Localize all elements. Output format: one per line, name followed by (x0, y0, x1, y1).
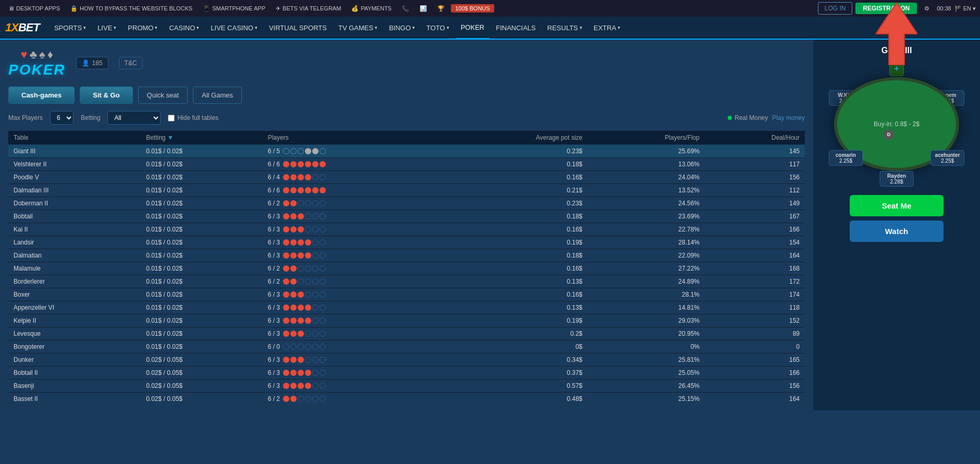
cell-players: 6 / 2 (263, 197, 440, 210)
cash-games-tab[interactable]: Cash-games (8, 87, 75, 104)
max-players-select[interactable]: 6 9 2 (50, 111, 74, 125)
nav-bingo[interactable]: BINGO ▾ (384, 16, 420, 39)
betting-select[interactable]: All 0.01$/0.02$ 0.02$/0.05$ (107, 111, 161, 125)
cell-betting: 0.01$ / 0.02$ (141, 171, 262, 184)
cell-avg-pot: 0.13$ (440, 275, 587, 288)
hide-full-input[interactable] (168, 115, 175, 121)
table-row[interactable]: Giant III 0.01$ / 0.02$ 6 / 5 0.23$ 25.6… (8, 145, 805, 158)
cell-betting: 0.02$ / 0.05$ (141, 393, 262, 402)
nav-live[interactable]: LIVE ▾ (92, 16, 121, 39)
login-button[interactable]: LOG IN (818, 2, 853, 15)
table-row[interactable]: Basenji 0.02$ / 0.05$ 6 / 3 0.57$ 26.45%… (8, 380, 805, 393)
all-games-button[interactable]: All Games (193, 87, 242, 104)
phone2-icon: 📞 (402, 5, 409, 12)
real-money-option[interactable]: Real Money (728, 114, 768, 121)
nav-live-arrow: ▾ (114, 25, 116, 30)
table-row[interactable]: Kai II 0.01$ / 0.02$ 6 / 3 0.16$ 22.78% … (8, 223, 805, 236)
table-row[interactable]: Appenzeller VI 0.01$ / 0.02$ 6 / 3 0.13$… (8, 301, 805, 314)
table-row[interactable]: Bongoterer 0.01$ / 0.02$ 6 / 0 0$ 0% 0 (8, 340, 805, 353)
col-deal-hour: Deal/Hour (705, 131, 805, 145)
cell-players-flop: 25.15% (587, 393, 705, 402)
table-row[interactable]: Levesque 0.01$ / 0.02$ 6 / 3 0.2$ 20.95%… (8, 327, 805, 340)
cell-betting: 0.01$ / 0.02$ (141, 288, 262, 301)
desktop-apps-link[interactable]: 🖥 DESKTOP APPS (4, 5, 64, 11)
site-logo[interactable]: 1XBET (5, 21, 40, 34)
nav-toto[interactable]: TOTO ▾ (421, 16, 455, 39)
nav-live-casino[interactable]: LIVE CASINO ▾ (205, 16, 263, 39)
table-row[interactable]: Poodle V 0.01$ / 0.02$ 6 / 4 0.16$ 24.04… (8, 171, 805, 184)
table-row[interactable]: Dunker 0.02$ / 0.05$ 6 / 3 0.34$ 25.81% … (8, 353, 805, 367)
table-row[interactable]: Dalmatian 0.01$ / 0.02$ 6 / 3 0.18$ 22.0… (8, 249, 805, 262)
table-row[interactable]: Basset II 0.02$ / 0.05$ 6 / 2 0.48$ 25.1… (8, 393, 805, 402)
nav-results[interactable]: RESULTS ▾ (542, 16, 587, 39)
table-row[interactable]: Dalmatian III 0.01$ / 0.02$ 6 / 6 0.21$ … (8, 184, 805, 197)
nav-virtual-sports[interactable]: VIRTUAL SPORTS (264, 16, 332, 39)
trophy-link[interactable]: 🏆 (433, 5, 449, 12)
hide-full-checkbox[interactable]: Hide full tables (168, 114, 218, 121)
lock-icon: 🔒 (70, 5, 78, 12)
cell-players: 6 / 3 (263, 249, 440, 262)
bypass-link[interactable]: 🔒 HOW TO BYPASS THE WEBSITE BLOCKS (66, 5, 197, 12)
telegram-link[interactable]: ✈ BETS VIA TELEGRAM (272, 5, 345, 12)
cell-players-flop: 14.81% (587, 301, 705, 314)
table-row[interactable]: Velshlerer II 0.01$ / 0.02$ 6 / 6 0.18$ … (8, 158, 805, 171)
cell-avg-pot: 0.18$ (440, 249, 587, 262)
table-row[interactable]: Malamule 0.01$ / 0.02$ 6 / 2 0.16$ 27.22… (8, 262, 805, 275)
register-button[interactable]: REGISTRATION (855, 3, 917, 14)
phone2-link[interactable]: 📞 (398, 5, 413, 12)
cell-table-name: Velshlerer II (8, 158, 141, 171)
cell-table-name: Giant III (8, 145, 141, 158)
sit-go-tab[interactable]: Sit & Go (80, 87, 132, 104)
smartphone-link[interactable]: 📱 SMARTPHONE APP (199, 5, 270, 12)
cell-players: 6 / 2 (263, 262, 440, 275)
add-seat-button[interactable]: + (889, 62, 904, 76)
diamond-suit: ♦ (47, 48, 53, 62)
quick-seat-button[interactable]: Quick seat (138, 87, 188, 104)
play-money-option[interactable]: Play money (772, 114, 805, 121)
nav-casino[interactable]: CASINO ▾ (164, 16, 204, 39)
player-comarin: comarin 2.25$ (829, 150, 863, 166)
table-row[interactable]: Doberman II 0.01$ / 0.02$ 6 / 2 0.23$ 24… (8, 197, 805, 210)
green-dot-icon (728, 116, 732, 120)
cell-table-name: Levesque (8, 327, 141, 340)
cell-players-flop: 28.14% (587, 236, 705, 249)
cell-betting: 0.01$ / 0.02$ (141, 301, 262, 314)
chart-link[interactable]: 📊 (415, 5, 431, 12)
cell-betting: 0.01$ / 0.02$ (141, 184, 262, 197)
language-selector[interactable]: 🏴 EN ▾ (954, 5, 976, 12)
table-row[interactable]: Boxer 0.01$ / 0.02$ 6 / 3 0.16$ 28.1% 17… (8, 288, 805, 301)
bonus-link[interactable]: 100$ BONUS (451, 4, 494, 13)
nav-live-casino-arrow: ▾ (255, 25, 258, 30)
cell-betting: 0.02$ / 0.05$ (141, 367, 262, 380)
cell-players-flop: 24.89% (587, 275, 705, 288)
table-row[interactable]: Kelpie II 0.01$ / 0.02$ 6 / 3 0.19$ 29.0… (8, 314, 805, 327)
payments-link[interactable]: 💰 PAYMENTS (347, 5, 396, 12)
watch-button[interactable]: Watch (850, 221, 944, 242)
seat-me-button[interactable]: Seat Me (850, 195, 944, 216)
table-row[interactable]: Borderlerer 0.01$ / 0.02$ 6 / 2 0.13$ 24… (8, 275, 805, 288)
nav-extra[interactable]: EXTRA ▾ (589, 16, 626, 39)
tc-button[interactable]: T&C (119, 57, 143, 69)
cell-avg-pot: 0.18$ (440, 210, 587, 223)
nav-financials[interactable]: FINANCIALS (491, 16, 541, 39)
table-row[interactable]: Bobtail II 0.02$ / 0.05$ 6 / 3 0.37$ 25.… (8, 367, 805, 380)
cell-deal-hour: 165 (705, 353, 805, 367)
telegram-icon: ✈ (276, 5, 280, 12)
cell-players: 6 / 6 (263, 158, 440, 171)
buy-in-display: Buy-in: 0.8$ - 2$ (874, 120, 920, 129)
cell-players: 6 / 3 (263, 301, 440, 314)
cell-deal-hour: 174 (705, 288, 805, 301)
table-row[interactable]: Landsir 0.01$ / 0.02$ 6 / 3 0.19$ 28.14%… (8, 236, 805, 249)
nav-sports[interactable]: SPORTS ▾ (49, 16, 91, 39)
poker-header: ♥ ♣ ♠ ♦ POKER 👤 185 T&C (8, 48, 805, 78)
nav-casino-arrow: ▾ (197, 25, 199, 30)
nav-poker[interactable]: POKER (456, 16, 490, 39)
cell-table-name: Dalmatian III (8, 184, 141, 197)
table-row[interactable]: Bobtail 0.01$ / 0.02$ 6 / 3 0.18$ 23.69%… (8, 210, 805, 223)
nav-promo[interactable]: PROMO ▾ (123, 16, 163, 39)
cell-betting: 0.01$ / 0.02$ (141, 197, 262, 210)
nav-tv-games[interactable]: TV GAMES ▾ (333, 16, 383, 39)
cell-players: 6 / 0 (263, 340, 440, 353)
settings-button[interactable]: ⚙ (920, 5, 934, 12)
cell-players: 6 / 2 (263, 393, 440, 402)
